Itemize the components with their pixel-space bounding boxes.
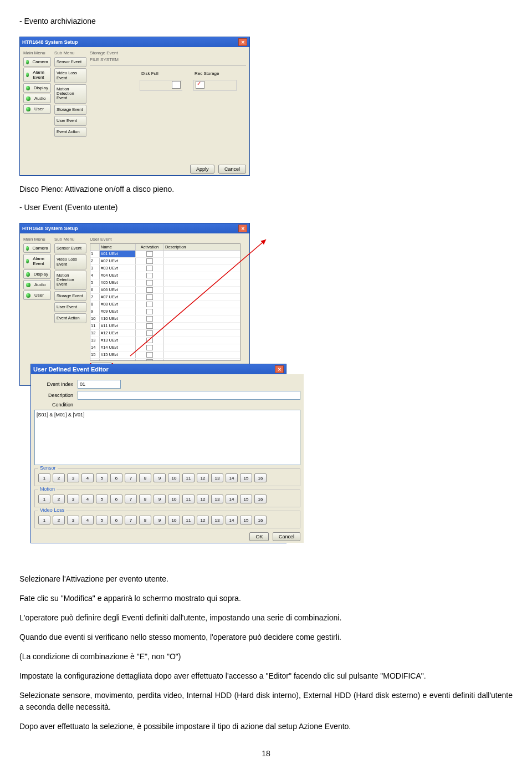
channel-button-3[interactable]: 3	[67, 495, 79, 503]
channel-button-4[interactable]: 4	[81, 495, 94, 503]
channel-button-16[interactable]: 16	[254, 495, 267, 503]
sub-video-loss[interactable]: Video Loss Event	[54, 254, 86, 269]
table-row[interactable]: 4#04 UEvt	[90, 272, 240, 279]
channel-button-8[interactable]: 8	[139, 495, 151, 503]
sub-sensor-event[interactable]: Sensor Event	[54, 243, 86, 253]
channel-button-7[interactable]: 7	[125, 495, 137, 503]
main-menu-display[interactable]: Display	[23, 269, 51, 279]
channel-button-15[interactable]: 15	[240, 473, 252, 482]
channel-button-11[interactable]: 11	[182, 473, 195, 482]
table-row[interactable]: 11#11 UEvt	[90, 323, 240, 330]
channel-button-7[interactable]: 7	[125, 516, 137, 524]
channel-button-5[interactable]: 5	[96, 516, 108, 524]
channel-button-5[interactable]: 5	[96, 495, 108, 503]
channel-button-1[interactable]: 1	[38, 516, 50, 524]
rec-storage-checkbox[interactable]	[196, 81, 204, 89]
sub-motion[interactable]: Motion Detection Event	[54, 84, 86, 104]
sub-storage[interactable]: Storage Event	[54, 291, 86, 301]
channel-button-14[interactable]: 14	[226, 516, 238, 524]
channel-button-2[interactable]: 2	[53, 473, 65, 482]
channel-button-12[interactable]: 12	[197, 473, 209, 482]
table-row[interactable]: 8#08 UEvt	[90, 301, 240, 308]
channel-button-3[interactable]: 3	[67, 516, 79, 524]
channel-button-10[interactable]: 10	[168, 516, 180, 524]
table-row[interactable]: 3#03 UEvt	[90, 265, 240, 272]
ok-button[interactable]: OK	[249, 532, 269, 541]
channel-button-1[interactable]: 1	[38, 495, 50, 503]
channel-button-13[interactable]: 13	[211, 516, 223, 524]
channel-button-13[interactable]: 13	[211, 473, 223, 482]
disk-full-checkbox[interactable]	[172, 81, 181, 89]
channel-button-16[interactable]: 16	[254, 516, 267, 524]
main-menu-audio[interactable]: Audio	[23, 280, 51, 289]
channel-button-4[interactable]: 4	[81, 473, 94, 482]
channel-button-12[interactable]: 12	[197, 495, 209, 503]
table-row[interactable]: 5#05 UEvt	[90, 279, 240, 287]
channel-button-7[interactable]: 7	[125, 473, 137, 482]
channel-button-13[interactable]: 13	[211, 495, 223, 503]
channel-button-1[interactable]: 1	[38, 473, 50, 482]
channel-button-15[interactable]: 15	[240, 516, 252, 524]
channel-button-3[interactable]: 3	[67, 473, 79, 482]
main-menu-alarm[interactable]: Alarm Event	[23, 254, 51, 268]
rec-storage-header: Rec Storage	[193, 70, 235, 77]
description-field[interactable]	[78, 391, 300, 400]
channel-button-16[interactable]: 16	[254, 473, 267, 482]
table-row[interactable]: 14#14 UEvt	[90, 344, 240, 352]
close-icon[interactable]: ✕	[275, 365, 284, 373]
sub-event-action[interactable]: Event Action	[54, 127, 86, 137]
channel-button-6[interactable]: 6	[110, 495, 122, 503]
apply-button[interactable]: Apply	[190, 165, 215, 174]
main-menu-user[interactable]: User	[23, 291, 51, 300]
channel-button-9[interactable]: 9	[154, 495, 166, 503]
table-row[interactable]: 15#15 UEvt	[90, 352, 240, 359]
table-row[interactable]: 13#13 UEvt	[90, 337, 240, 344]
condition-textarea[interactable]: [S01] & [M01] & [V01]	[34, 410, 300, 465]
close-icon[interactable]: ✕	[238, 38, 247, 46]
channel-button-2[interactable]: 2	[53, 516, 65, 524]
sub-user-event[interactable]: User Event	[54, 116, 86, 126]
sub-event-action[interactable]: Event Action	[54, 313, 86, 323]
sub-motion[interactable]: Motion Detection Event	[54, 271, 86, 290]
table-row[interactable]: 1#01 UEvt	[90, 251, 240, 258]
channel-button-6[interactable]: 6	[110, 473, 122, 482]
body-text: Selezionate sensore, movimento, perdita …	[19, 690, 513, 713]
channel-button-8[interactable]: 8	[139, 473, 151, 482]
close-icon[interactable]: ✕	[238, 225, 247, 232]
main-menu-audio[interactable]: Audio	[23, 94, 51, 103]
channel-button-6[interactable]: 6	[110, 516, 122, 524]
main-menu-camera[interactable]: Camera	[23, 57, 51, 67]
channel-button-5[interactable]: 5	[96, 473, 108, 482]
channel-button-14[interactable]: 14	[226, 495, 238, 503]
table-row[interactable]: 9#09 UEvt	[90, 308, 240, 315]
channel-button-2[interactable]: 2	[53, 495, 65, 503]
sub-storage[interactable]: Storage Event	[54, 105, 86, 115]
channel-button-10[interactable]: 10	[168, 495, 180, 503]
sub-sensor-event[interactable]: Sensor Event	[54, 57, 86, 67]
sub-user-event[interactable]: User Event	[54, 302, 86, 312]
main-menu-alarm[interactable]: Alarm Event	[23, 68, 51, 82]
channel-button-10[interactable]: 10	[168, 473, 180, 482]
table-row[interactable]: 10#10 UEvt	[90, 315, 240, 323]
channel-button-8[interactable]: 8	[139, 516, 151, 524]
table-row[interactable]: 12#12 UEvt	[90, 330, 240, 337]
event-index-field[interactable]: 01	[78, 380, 121, 389]
channel-button-12[interactable]: 12	[197, 516, 209, 524]
channel-button-9[interactable]: 9	[154, 473, 166, 482]
channel-button-11[interactable]: 11	[182, 516, 195, 524]
sub-video-loss[interactable]: Video Loss Event	[54, 68, 86, 83]
channel-button-11[interactable]: 11	[182, 495, 195, 503]
table-row[interactable]: 6#06 UEvt	[90, 287, 240, 294]
table-row[interactable]: 7#07 UEvt	[90, 294, 240, 301]
cancel-button[interactable]: Cancel	[273, 532, 300, 541]
table-row[interactable]: 16#16 UEvt	[90, 359, 240, 361]
channel-button-15[interactable]: 15	[240, 495, 252, 503]
channel-button-14[interactable]: 14	[226, 473, 238, 482]
channel-button-9[interactable]: 9	[154, 516, 166, 524]
cancel-button[interactable]: Cancel	[218, 165, 246, 174]
table-row[interactable]: 2#02 UEvt	[90, 258, 240, 265]
channel-button-4[interactable]: 4	[81, 516, 94, 524]
main-menu-camera[interactable]: Camera	[23, 243, 51, 253]
main-menu-user[interactable]: User	[23, 104, 51, 114]
main-menu-display[interactable]: Display	[23, 83, 51, 93]
